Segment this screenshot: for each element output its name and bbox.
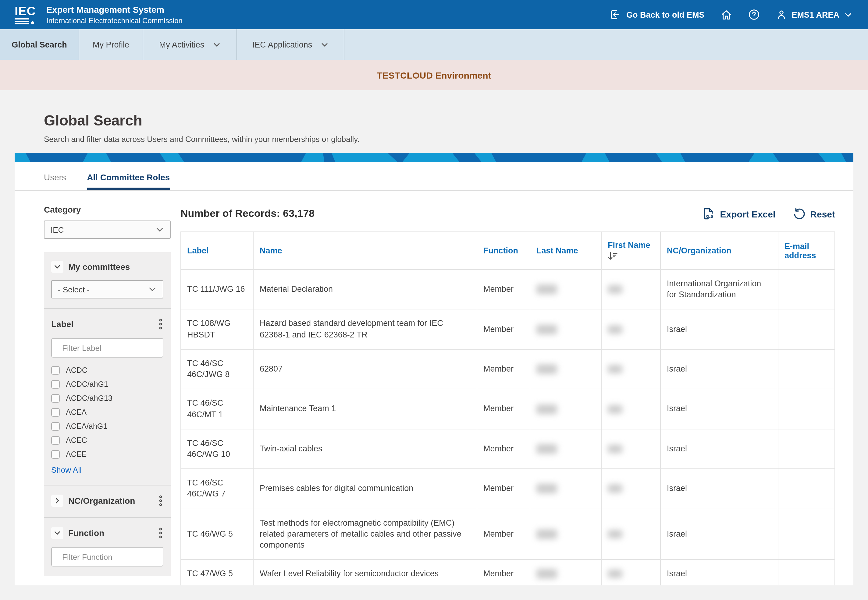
show-all-link[interactable]: Show All: [51, 465, 82, 474]
checkbox[interactable]: [51, 436, 60, 445]
cell-label-text: TC 46/SC 46C/WG 7: [187, 478, 226, 498]
cell-function: Member: [477, 429, 530, 469]
last-name-redacted: [536, 285, 557, 294]
user-menu[interactable]: EMS1 AREA: [775, 9, 852, 20]
cell-function: Member: [477, 349, 530, 389]
nav-tab-global-search[interactable]: Global Search: [0, 29, 79, 60]
chevron-down-icon: [54, 263, 61, 270]
cell-first-name: [601, 560, 660, 585]
cell-label-text: TC 108/WG HBSDT: [187, 319, 231, 339]
cell-email: [778, 469, 835, 509]
cell-nc-organization-text: Israel: [667, 484, 687, 493]
column-header-e-mail-address[interactable]: E-mail address: [778, 232, 835, 270]
checkbox-label: ACEA: [66, 408, 86, 417]
cell-label: TC 46/SC 46C/JWG 8: [181, 349, 253, 389]
sort-descending-icon[interactable]: [608, 252, 618, 261]
cell-nc-organization: International Organization for Standardi…: [660, 270, 778, 309]
cell-function-text: Member: [483, 364, 514, 373]
label-option-acdc-ahg13[interactable]: ACDC/ahG13: [51, 394, 163, 403]
app-subtitle: International Electrotechnical Commissio…: [46, 16, 182, 25]
function-collapse-toggle[interactable]: [51, 527, 64, 539]
cell-name-text: Premises cables for digital communicatio…: [259, 484, 413, 493]
cell-name-text: Test methods for electromagnetic compati…: [259, 518, 461, 550]
function-filter-input[interactable]: [62, 552, 170, 561]
chevron-down-icon: [54, 529, 61, 536]
help-icon: [748, 9, 760, 21]
cell-label-text: TC 111/JWG 16: [187, 285, 245, 294]
checkbox[interactable]: [51, 422, 60, 431]
checkbox-label: ACEE: [66, 450, 86, 459]
function-section-menu-button[interactable]: [158, 526, 163, 540]
user-chevron-down-icon: [844, 11, 852, 18]
cell-function: Member: [477, 469, 530, 509]
cell-function-text: Member: [483, 484, 514, 493]
cell-last-name: [530, 560, 601, 585]
my-committees-collapse-toggle[interactable]: [51, 261, 64, 273]
label-option-acee[interactable]: ACEE: [51, 450, 163, 459]
column-header-function[interactable]: Function: [477, 232, 530, 270]
nc-organization-menu-button[interactable]: [158, 494, 163, 508]
label-option-acea[interactable]: ACEA: [51, 408, 163, 417]
column-header-first-name[interactable]: First Name: [601, 232, 660, 270]
label-filter-input[interactable]: [62, 343, 170, 352]
label-section-menu-button[interactable]: [158, 317, 163, 331]
category-select[interactable]: IEC: [44, 221, 171, 239]
nc-organization-expand-toggle[interactable]: [51, 495, 64, 507]
checkbox[interactable]: [51, 380, 60, 389]
cell-name: Twin-axial cables: [253, 429, 477, 469]
decorative-banner-strip: [15, 153, 853, 162]
column-header-label: E-mail address: [785, 241, 816, 260]
label-option-acdc[interactable]: ACDC: [51, 366, 163, 374]
reset-button[interactable]: Reset: [792, 208, 835, 220]
export-excel-button[interactable]: XLS Export Excel: [702, 207, 775, 221]
column-header-last-name[interactable]: Last Name: [530, 232, 601, 270]
cell-nc-organization-text: Israel: [667, 444, 687, 453]
cell-name-text: Hazard based standard development team f…: [259, 319, 443, 339]
label-option-acec[interactable]: ACEC: [51, 436, 163, 445]
checkbox[interactable]: [51, 394, 60, 403]
cell-nc-organization: Israel: [660, 429, 778, 469]
cell-last-name: [530, 389, 601, 429]
cell-name: Test methods for electromagnetic compati…: [253, 509, 477, 559]
home-button[interactable]: [720, 9, 732, 20]
checkbox[interactable]: [51, 450, 60, 459]
iec-logo[interactable]: IEC: [15, 5, 38, 24]
cell-name: 62807: [253, 349, 477, 389]
cell-nc-organization-text: Israel: [667, 364, 687, 373]
column-header-nc-organization[interactable]: NC/Organization: [660, 232, 778, 270]
my-committees-select[interactable]: - Select -: [51, 280, 163, 298]
cell-email: [778, 509, 835, 559]
category-label: Category: [44, 205, 171, 214]
column-header-label[interactable]: Label: [181, 232, 253, 270]
cell-nc-organization: Israel: [660, 389, 778, 429]
tab-users[interactable]: Users: [44, 173, 66, 190]
cell-last-name: [530, 309, 601, 349]
cell-email: [778, 389, 835, 429]
checkbox[interactable]: [51, 408, 60, 417]
first-name-redacted: [608, 365, 622, 373]
nav-tab-my-activities[interactable]: My Activities: [143, 29, 237, 60]
label-filter-search: [51, 338, 163, 358]
cell-name: Wafer Level Reliability for semiconducto…: [253, 560, 477, 585]
nav-tab-my-profile[interactable]: My Profile: [79, 29, 143, 60]
cell-function: Member: [477, 509, 530, 559]
first-name-redacted: [608, 285, 622, 294]
app-titles: Expert Management System International E…: [46, 5, 182, 25]
go-back-old-ems-button[interactable]: Go Back to old EMS: [609, 9, 705, 21]
go-back-label: Go Back to old EMS: [626, 10, 705, 19]
environment-banner: TESTCLOUD Environment: [0, 60, 868, 90]
cell-first-name: [601, 349, 660, 389]
kebab-menu-icon: [159, 495, 162, 506]
last-name-redacted: [536, 569, 557, 579]
tab-all-committee-roles[interactable]: All Committee Roles: [87, 173, 170, 190]
cell-first-name: [601, 429, 660, 469]
nav-tab-iec-applications[interactable]: IEC Applications: [237, 29, 344, 60]
help-button[interactable]: [748, 9, 760, 21]
column-header-name[interactable]: Name: [253, 232, 477, 270]
label-option-acdc-ahg1[interactable]: ACDC/ahG1: [51, 380, 163, 389]
checkbox[interactable]: [51, 366, 60, 374]
cell-function-text: Member: [483, 285, 514, 294]
filters-sidebar: Category IEC My committees: [44, 205, 171, 585]
label-option-acea-ahg1[interactable]: ACEA/ahG1: [51, 422, 163, 431]
export-excel-label: Export Excel: [720, 209, 775, 219]
